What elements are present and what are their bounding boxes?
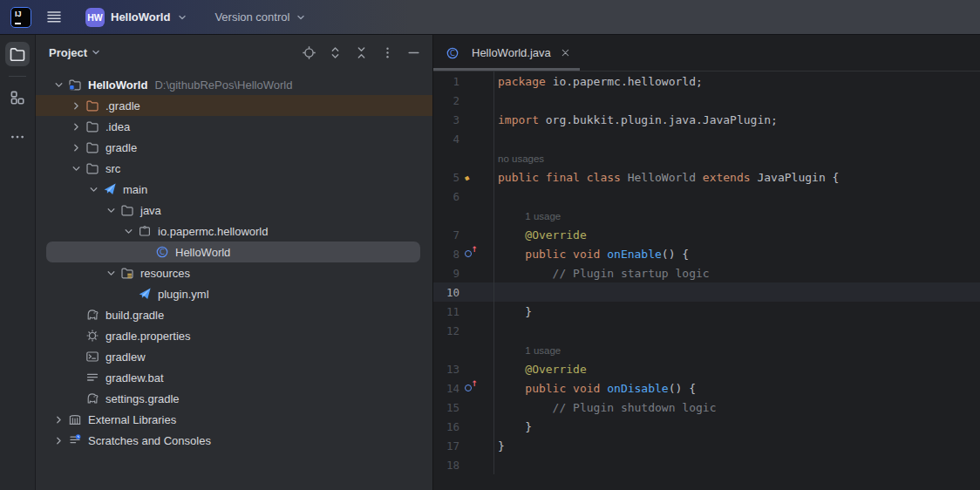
tree-item-gradle[interactable]: .gradle xyxy=(36,95,432,116)
chevron-down-icon[interactable] xyxy=(85,183,102,196)
code-line-10[interactable]: 10 xyxy=(433,282,980,302)
gutter-line-12[interactable]: 12 xyxy=(433,321,494,340)
tree-item-helloworld[interactable]: HelloWorldD:\githubRePos\HelloWorld xyxy=(36,74,432,95)
gutter-line-15[interactable]: 15 xyxy=(433,398,494,417)
gutter-line-2[interactable]: 2 xyxy=(433,91,494,110)
more-tool-windows[interactable] xyxy=(5,125,30,149)
inlay-hint-row[interactable]: 1 usage xyxy=(433,340,980,359)
chevron-right-icon[interactable] xyxy=(50,434,67,447)
tree-item-resources[interactable]: resources xyxy=(36,262,432,283)
code-line-9[interactable]: 9 // Plugin startup logic xyxy=(433,263,980,282)
gutter-line-1[interactable]: 1 xyxy=(433,71,494,91)
code-line-3[interactable]: 3import org.bukkit.plugin.java.JavaPlugi… xyxy=(433,110,980,129)
gutter-line-4[interactable]: 4 xyxy=(433,129,494,148)
code-editor[interactable]: 1package io.papermc.helloworld;23import … xyxy=(433,71,980,490)
code-token xyxy=(498,344,525,357)
gutter-line-10[interactable]: 10 xyxy=(433,282,494,302)
tree-item-java[interactable]: java xyxy=(36,200,432,221)
chevron-down-icon[interactable] xyxy=(67,162,85,175)
chevron-right-icon[interactable] xyxy=(67,120,85,133)
code-line-14[interactable]: 14↑ public void onDisable() { xyxy=(433,378,980,398)
options-menu-button[interactable] xyxy=(378,44,396,61)
gutter-line-13[interactable]: 13 xyxy=(433,359,494,378)
code-line-1[interactable]: 1package io.papermc.helloworld; xyxy=(433,71,980,91)
tree-item-label: Scratches and Consoles xyxy=(88,434,211,447)
gutter-line-5[interactable]: 5◆ xyxy=(433,167,494,187)
overrides-method-icon[interactable]: ↑ xyxy=(459,244,493,263)
inlay-hint-row[interactable]: no usages xyxy=(433,148,980,167)
project-tool[interactable] xyxy=(5,42,30,66)
tree-item-gradlew-bat[interactable]: gradlew.bat xyxy=(36,367,432,388)
code-line-5[interactable]: 5◆public final class HelloWorld extends … xyxy=(433,167,980,187)
gutter-line-14[interactable]: 14↑ xyxy=(433,378,494,398)
tree-item-helloworld[interactable]: CHelloWorld xyxy=(46,242,420,262)
chevron-right-icon[interactable] xyxy=(67,99,85,112)
tree-item-settings-gradle[interactable]: settings.gradle xyxy=(36,388,432,409)
code-line-8[interactable]: 8↑ public void onEnable() { xyxy=(433,244,980,263)
project-tree: HelloWorldD:\githubRePos\HelloWorld.grad… xyxy=(36,70,432,490)
gutter-line-11[interactable]: 11 xyxy=(433,302,494,321)
gutter-line-3[interactable]: 3 xyxy=(433,110,494,129)
tree-item-external-libraries[interactable]: External Libraries xyxy=(36,409,432,430)
gutter-line-17[interactable]: 17 xyxy=(433,436,494,455)
tree-item-gradle-properties[interactable]: gradle.properties xyxy=(36,325,432,346)
code-line-4[interactable]: 4 xyxy=(433,129,980,148)
gutter-line-9[interactable]: 9 xyxy=(433,263,494,282)
gutter-line-8[interactable]: 8↑ xyxy=(433,244,494,263)
project-view-selector[interactable]: Project xyxy=(49,46,102,59)
tree-item-scratches-and-consoles[interactable]: Scratches and Consoles xyxy=(36,430,432,451)
code-line-6[interactable]: 6 xyxy=(433,187,980,206)
gutter-line-18[interactable]: 18 xyxy=(433,455,494,474)
gutter-inlay[interactable] xyxy=(433,340,494,359)
chevron-down-icon[interactable] xyxy=(102,267,119,280)
tree-item-gradlew[interactable]: gradlew xyxy=(36,346,432,367)
code-line-12[interactable]: 12 xyxy=(433,321,980,340)
chevron-right-icon[interactable] xyxy=(67,141,85,154)
select-opened-file-button[interactable] xyxy=(300,44,317,61)
tree-item-plugin-yml[interactable]: plugin.yml xyxy=(36,283,432,304)
tree-item-main[interactable]: main xyxy=(36,179,432,200)
chevron-down-icon[interactable] xyxy=(50,78,67,92)
main-menu-burger-icon[interactable] xyxy=(45,10,63,24)
code-text: public void onEnable() { xyxy=(494,248,689,261)
code-token: @Override xyxy=(525,363,586,376)
overrides-method-icon[interactable]: ↑ xyxy=(459,378,493,398)
code-line-2[interactable]: 2 xyxy=(433,91,980,110)
gutter-line-6[interactable]: 6 xyxy=(433,187,494,206)
project-tool-window: Project HelloWorldD:\githubRePos\HelloWo… xyxy=(36,35,433,490)
vcs-widget[interactable]: Version control xyxy=(209,7,312,27)
code-line-16[interactable]: 16 } xyxy=(433,417,980,436)
project-widget[interactable]: HW HelloWorld xyxy=(80,4,194,31)
gutter-inlay[interactable] xyxy=(433,148,494,167)
expand-all-button[interactable] xyxy=(326,44,344,61)
tree-item-io-papermc-helloworld[interactable]: io.papermc.helloworld xyxy=(36,221,432,242)
collapse-all-button[interactable] xyxy=(352,44,370,61)
gutter-line-16[interactable]: 16 xyxy=(433,417,494,436)
code-line-7[interactable]: 7 @Override xyxy=(433,225,980,244)
code-line-15[interactable]: 15 // Plugin shutdown logic xyxy=(433,398,980,417)
code-token: () { xyxy=(662,248,689,261)
structure-tool[interactable] xyxy=(5,85,30,110)
gutter-line-7[interactable]: 7 xyxy=(433,225,494,244)
chevron-down-icon[interactable] xyxy=(119,225,137,238)
chevron-down-icon[interactable] xyxy=(102,204,119,217)
tab-close-icon[interactable] xyxy=(560,47,571,58)
code-line-13[interactable]: 13 @Override xyxy=(433,359,980,378)
tree-item-build-gradle[interactable]: build.gradle xyxy=(36,304,432,325)
tree-item-idea[interactable]: .idea xyxy=(36,116,432,137)
intellij-logo-icon[interactable]: IJ xyxy=(10,7,31,28)
gutter-inlay[interactable] xyxy=(433,206,494,225)
editor-tab-helloworld-java[interactable]: C HelloWorld.java xyxy=(433,35,580,71)
plugin-line-marker-icon[interactable]: ◆ xyxy=(459,167,493,187)
tree-item-src[interactable]: src xyxy=(36,158,432,179)
inlay-hint-row[interactable]: 1 usage xyxy=(433,206,980,225)
line-number: 14 xyxy=(433,382,459,395)
code-line-17[interactable]: 17} xyxy=(433,436,980,455)
tree-item-label: gradlew xyxy=(105,350,146,364)
tree-item-gradle[interactable]: gradle xyxy=(36,137,432,158)
chevron-right-icon[interactable] xyxy=(50,413,67,426)
code-line-11[interactable]: 11 } xyxy=(433,302,980,321)
code-line-18[interactable]: 18 xyxy=(433,455,980,474)
hide-panel-button[interactable] xyxy=(405,44,422,61)
folder-icon xyxy=(85,161,100,175)
